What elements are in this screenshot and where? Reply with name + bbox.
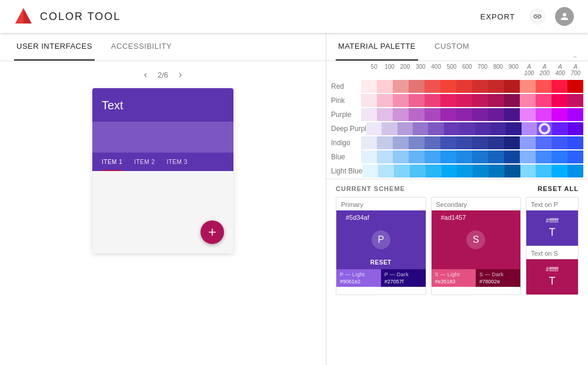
swatch-indigo-0[interactable] (361, 136, 377, 149)
reset-all-button[interactable]: RESET ALL (537, 185, 579, 192)
swatch-blue-13[interactable] (567, 150, 583, 163)
swatch-deep-purple-3[interactable] (413, 122, 428, 135)
swatch-purple-3[interactable] (409, 108, 425, 121)
swatch-blue-12[interactable] (552, 150, 567, 163)
swatch-deep-purple-0[interactable] (366, 122, 382, 135)
swatch-blue-8[interactable] (488, 150, 504, 163)
swatch-light-blue-1[interactable] (378, 165, 394, 178)
swatch-red-8[interactable] (488, 80, 504, 93)
swatch-light-blue-11[interactable] (536, 165, 552, 178)
primary-reset-button[interactable]: RESET (370, 259, 392, 266)
swatch-purple-5[interactable] (440, 108, 456, 121)
swatch-indigo-13[interactable] (567, 136, 583, 149)
swatch-purple-11[interactable] (536, 108, 552, 121)
swatch-pink-6[interactable] (456, 94, 472, 107)
swatch-deep-purple-8[interactable] (490, 122, 506, 135)
swatch-indigo-8[interactable] (488, 136, 504, 149)
tab-user-interfaces[interactable]: USER INTERFACES (14, 33, 95, 61)
swatch-red-9[interactable] (504, 80, 520, 93)
swatch-blue-11[interactable] (536, 150, 552, 163)
swatch-red-11[interactable] (536, 80, 552, 93)
swatch-pink-12[interactable] (552, 94, 567, 107)
swatch-light-blue-5[interactable] (442, 165, 457, 178)
phone-nav-item-2[interactable]: ITEM 2 (134, 159, 155, 171)
swatch-indigo-2[interactable] (393, 136, 409, 149)
swatch-blue-7[interactable] (472, 150, 488, 163)
swatch-indigo-11[interactable] (536, 136, 552, 149)
swatch-indigo-4[interactable] (425, 136, 440, 149)
swatch-purple-1[interactable] (377, 108, 393, 121)
swatch-pink-4[interactable] (425, 94, 440, 107)
swatch-pink-11[interactable] (536, 94, 552, 107)
swatch-purple-13[interactable] (567, 108, 583, 121)
swatch-indigo-7[interactable] (472, 136, 488, 149)
swatch-indigo-5[interactable] (440, 136, 456, 149)
user-avatar[interactable] (555, 7, 574, 26)
swatch-pink-3[interactable] (409, 94, 425, 107)
primary-card-main[interactable]: #5d34af P RESET (336, 210, 426, 269)
swatch-pink-1[interactable] (377, 94, 393, 107)
swatch-deep-purple-12[interactable] (552, 122, 567, 135)
phone-nav-item-1[interactable]: ITEM 1 (102, 159, 122, 171)
swatch-deep-purple-1[interactable] (382, 122, 397, 135)
swatch-light-blue-0[interactable] (362, 165, 378, 178)
phone-fab-button[interactable] (201, 220, 224, 244)
swatch-pink-10[interactable] (520, 94, 536, 107)
swatch-pink-7[interactable] (472, 94, 488, 107)
link-icon-button[interactable] (529, 8, 546, 25)
secondary-dark-card[interactable]: S — Dark #78002e (476, 269, 520, 287)
swatch-blue-2[interactable] (393, 150, 409, 163)
swatch-purple-4[interactable] (425, 108, 440, 121)
swatch-pink-9[interactable] (504, 94, 520, 107)
swatch-light-blue-8[interactable] (489, 165, 505, 178)
swatch-red-4[interactable] (425, 80, 440, 93)
swatch-red-12[interactable] (552, 80, 567, 93)
swatch-indigo-1[interactable] (377, 136, 393, 149)
swatch-blue-9[interactable] (504, 150, 520, 163)
swatch-deep-purple-2[interactable] (397, 122, 413, 135)
swatch-blue-0[interactable] (361, 150, 377, 163)
swatch-pink-0[interactable] (361, 94, 377, 107)
swatch-red-0[interactable] (361, 80, 377, 93)
swatch-blue-3[interactable] (409, 150, 425, 163)
tab-custom[interactable]: CUSTOM (432, 33, 472, 61)
tab-material-palette[interactable]: MATERIAL PALETTE (336, 33, 418, 61)
swatch-light-blue-6[interactable] (457, 165, 473, 178)
swatch-purple-10[interactable] (520, 108, 536, 121)
swatch-purple-6[interactable] (456, 108, 472, 121)
swatch-light-blue-9[interactable] (505, 165, 520, 178)
swatch-purple-0[interactable] (361, 108, 377, 121)
swatch-purple-8[interactable] (488, 108, 504, 121)
swatch-deep-purple-13[interactable] (568, 122, 583, 135)
swatch-red-7[interactable] (472, 80, 488, 93)
tab-accessibility[interactable]: ACCESSIBILITY (109, 33, 174, 61)
swatch-blue-4[interactable] (425, 150, 440, 163)
swatch-indigo-6[interactable] (456, 136, 472, 149)
swatch-purple-2[interactable] (393, 108, 409, 121)
phone-nav-item-3[interactable]: ITEM 3 (166, 159, 187, 171)
swatch-indigo-12[interactable] (552, 136, 567, 149)
swatch-red-3[interactable] (409, 80, 425, 93)
swatch-red-2[interactable] (393, 80, 409, 93)
swatch-blue-1[interactable] (377, 150, 393, 163)
swatch-light-blue-3[interactable] (410, 165, 426, 178)
swatch-red-10[interactable] (520, 80, 536, 93)
swatch-pink-13[interactable] (567, 94, 583, 107)
swatch-deep-purple-11[interactable] (537, 122, 552, 135)
swatch-light-blue-13[interactable] (567, 165, 583, 178)
swatch-blue-6[interactable] (456, 150, 472, 163)
primary-light-card[interactable]: P — Light #9061e2 (336, 269, 381, 287)
primary-dark-card[interactable]: P — Dark #27057f (381, 269, 426, 287)
pagination-prev[interactable]: ‹ (141, 68, 151, 81)
export-button[interactable]: EXPORT (476, 10, 520, 24)
swatch-red-6[interactable] (456, 80, 472, 93)
swatch-purple-7[interactable] (472, 108, 488, 121)
swatch-deep-purple-9[interactable] (506, 122, 521, 135)
swatch-light-blue-7[interactable] (473, 165, 489, 178)
swatch-red-5[interactable] (440, 80, 456, 93)
swatch-indigo-10[interactable] (520, 136, 536, 149)
secondary-card-main[interactable]: #ad1457 S (432, 210, 521, 269)
swatch-light-blue-2[interactable] (394, 165, 410, 178)
swatch-deep-purple-7[interactable] (475, 122, 490, 135)
swatch-pink-5[interactable] (440, 94, 456, 107)
